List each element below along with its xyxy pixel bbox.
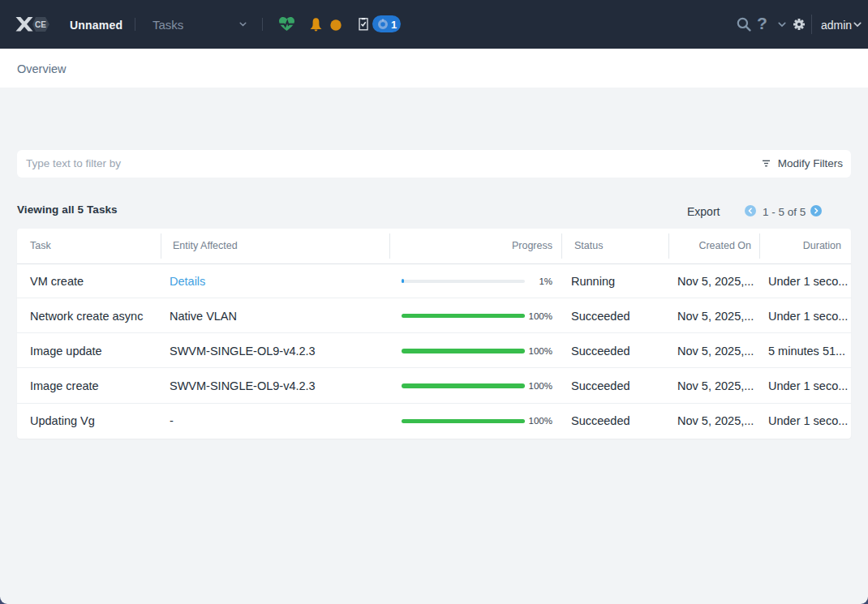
svg-text:CE: CE (35, 20, 46, 29)
